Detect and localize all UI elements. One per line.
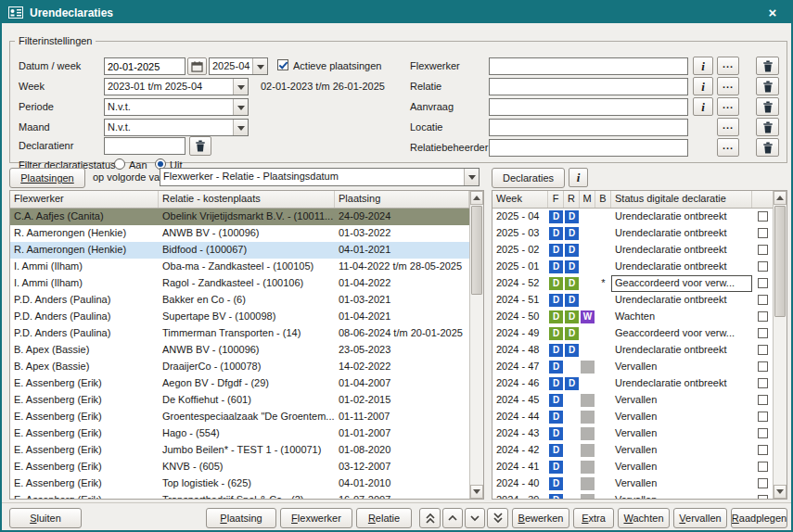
plaatsing-button[interactable]: Plaatsing bbox=[206, 508, 276, 528]
clear-button[interactable] bbox=[756, 57, 779, 75]
row-checkbox[interactable] bbox=[758, 311, 768, 322]
col-header-b[interactable]: B bbox=[595, 191, 611, 208]
browse-button[interactable]: ... bbox=[717, 138, 739, 157]
plaatsing-row[interactable]: I. Ammi (Ilham) Ragol - Zandkasteel - (1… bbox=[10, 275, 469, 292]
col-header-status[interactable]: Status digitale declaratie bbox=[611, 191, 752, 208]
row-checkbox[interactable] bbox=[758, 228, 768, 238]
plaatsing-row[interactable]: E. Assenberg (Erik) Top logistiek - (625… bbox=[10, 475, 469, 492]
declaratie-row[interactable]: 2024 - 41 D Vervallen bbox=[492, 459, 773, 475]
declaratie-row[interactable]: 2024 - 50 D D W Wachten bbox=[492, 309, 773, 325]
plaatsing-row[interactable]: E. Assenberg (Erik) Aegon BV - Dfgdf - (… bbox=[10, 375, 469, 392]
declaratie-row[interactable]: 2024 - 45 D Vervallen bbox=[492, 392, 773, 409]
declaratie-row[interactable]: 2024 - 49 D D Geaccordeerd voor verw... bbox=[492, 325, 773, 342]
plaatsing-row[interactable]: R. Aamerongen (Henkie) Bidfood - (100067… bbox=[10, 242, 469, 259]
declaraties-info-button[interactable]: i bbox=[569, 168, 588, 187]
declaraties-scrollbar[interactable] bbox=[773, 191, 787, 499]
declaratie-row[interactable]: 2024 - 47 D Vervallen bbox=[492, 359, 773, 375]
col-header-r[interactable]: R bbox=[564, 191, 580, 208]
lookup-input[interactable] bbox=[489, 98, 688, 116]
lookup-input[interactable] bbox=[489, 139, 688, 157]
declaratie-row[interactable]: 2024 - 52 D D * Geaccordeerd voor verw..… bbox=[492, 275, 773, 292]
scroll-last-button[interactable] bbox=[487, 508, 508, 528]
plaatsing-row[interactable]: B. Apex (Bassie) ANWB BV - (100096) 23-0… bbox=[10, 342, 469, 359]
info-button[interactable]: i bbox=[693, 57, 713, 75]
plaatsing-row[interactable]: E. Assenberg (Erik) De Koffiehut - (601)… bbox=[10, 392, 469, 409]
scroll-down-button[interactable] bbox=[470, 485, 483, 499]
extra-button[interactable]: Extra bbox=[573, 508, 614, 528]
declaratie-row[interactable]: 2024 - 48 D D Urendeclaratie ontbreekt bbox=[492, 342, 773, 359]
col-header-week[interactable]: Week bbox=[492, 191, 548, 208]
plaatsing-row[interactable]: E. Assenberg (Erik) Hago - (554) 01-01-2… bbox=[10, 425, 469, 442]
row-checkbox[interactable] bbox=[758, 428, 768, 438]
lookup-input[interactable] bbox=[489, 57, 688, 75]
browse-button[interactable]: ... bbox=[717, 118, 739, 136]
periode-select[interactable]: N.v.t. bbox=[104, 98, 249, 116]
info-button[interactable]: i bbox=[693, 97, 713, 116]
declaratie-row[interactable]: 2024 - 43 D Vervallen bbox=[492, 425, 773, 442]
plaatsing-row[interactable]: R. Aamerongen (Henkie) ANWB BV - (100096… bbox=[10, 225, 469, 242]
declaratienr-input[interactable] bbox=[104, 137, 185, 155]
browse-button[interactable]: ... bbox=[717, 97, 739, 116]
bewerken-button[interactable]: Bewerken bbox=[512, 508, 569, 528]
plaatsingen-button[interactable]: Plaatsingen bbox=[9, 168, 85, 188]
scroll-prev-button[interactable] bbox=[442, 508, 463, 528]
declaratie-row[interactable]: 2025 - 02 D D Urendeclaratie ontbreekt bbox=[492, 242, 773, 259]
actieve-plaatsingen-checkbox[interactable] bbox=[277, 59, 288, 70]
declaratie-row[interactable]: 2024 - 39 D Vervallen bbox=[492, 492, 773, 499]
row-checkbox[interactable] bbox=[758, 245, 768, 255]
vervallen-button[interactable]: Vervallen bbox=[673, 508, 727, 528]
scroll-down-button[interactable] bbox=[774, 485, 787, 499]
declaratienr-clear-button[interactable] bbox=[189, 136, 211, 156]
lookup-input[interactable] bbox=[489, 78, 688, 95]
row-checkbox[interactable] bbox=[758, 445, 768, 455]
declaratie-row[interactable]: 2025 - 01 D D Urendeclaratie ontbreekt bbox=[492, 259, 773, 275]
row-checkbox[interactable] bbox=[758, 328, 768, 338]
raadplegen-button[interactable]: Raadplegen bbox=[731, 508, 787, 528]
col-header-flexwerker[interactable]: Flexwerker bbox=[10, 191, 159, 208]
declaratie-row[interactable]: 2025 - 03 D D Urendeclaratie ontbreekt bbox=[492, 225, 773, 242]
plaatsingen-scrollbar[interactable] bbox=[469, 191, 483, 499]
scroll-up-button[interactable] bbox=[470, 191, 483, 205]
row-checkbox[interactable] bbox=[758, 495, 768, 499]
row-checkbox[interactable] bbox=[758, 378, 768, 388]
close-button[interactable]: × bbox=[761, 2, 785, 23]
row-checkbox[interactable] bbox=[758, 278, 768, 288]
row-checkbox[interactable] bbox=[758, 261, 768, 272]
plaatsing-row[interactable]: E. Assenberg (Erik) Groentespeciaalzaak … bbox=[10, 409, 469, 425]
declaratie-row[interactable]: 2024 - 40 D Vervallen bbox=[492, 475, 773, 492]
row-checkbox[interactable] bbox=[758, 462, 768, 472]
declaratie-row[interactable]: 2024 - 44 D Vervallen bbox=[492, 409, 773, 425]
col-header-f[interactable]: F bbox=[548, 191, 564, 208]
radio-aan[interactable] bbox=[114, 158, 125, 170]
scrollbar-track[interactable] bbox=[470, 205, 483, 485]
scroll-next-button[interactable] bbox=[465, 508, 485, 528]
plaatsing-row[interactable]: E. Assenberg (Erik) KNVB - (605) 03-12-2… bbox=[10, 459, 469, 475]
week-range-select[interactable]: 2023-01 t/m 2025-04 bbox=[104, 78, 249, 95]
plaatsing-row[interactable]: C.A. Aafjes (Canita) Obelink Vrijetijdsm… bbox=[10, 209, 469, 225]
plaatsing-row[interactable]: B. Apex (Bassie) DraaijerCo - (100078) 1… bbox=[10, 359, 469, 375]
clear-button[interactable] bbox=[756, 77, 779, 95]
maand-select[interactable]: N.v.t. bbox=[104, 119, 249, 136]
row-checkbox[interactable] bbox=[758, 295, 768, 305]
row-checkbox[interactable] bbox=[758, 211, 768, 222]
row-checkbox[interactable] bbox=[758, 412, 768, 422]
col-header-plaatsing[interactable]: Plaatsing bbox=[335, 191, 469, 208]
browse-button[interactable]: ... bbox=[717, 77, 739, 95]
plaatsing-row[interactable]: P.D. Anders (Paulina) Bakker en Co - (6)… bbox=[10, 292, 469, 309]
declaratie-row[interactable]: 2025 - 04 D D Urendeclaratie ontbreekt bbox=[492, 209, 773, 225]
row-checkbox[interactable] bbox=[758, 395, 768, 405]
scroll-first-button[interactable] bbox=[419, 508, 441, 528]
sort-order-select[interactable]: Flexwerker - Relatie - Plaatsingsdatum bbox=[160, 168, 480, 186]
calendar-button[interactable] bbox=[187, 57, 207, 75]
declaraties-button[interactable]: Declaraties bbox=[492, 168, 565, 188]
info-button[interactable]: i bbox=[693, 77, 713, 95]
scrollbar-thumb[interactable] bbox=[774, 206, 786, 317]
sluiten-button[interactable]: Sluiten bbox=[9, 508, 82, 528]
plaatsing-row[interactable]: I. Ammi (Ilham) Oba-ma - Zandkasteel - (… bbox=[10, 259, 469, 275]
plaatsing-row[interactable]: P.D. Anders (Paulina) Supertape BV - (10… bbox=[10, 309, 469, 325]
lookup-input[interactable] bbox=[489, 119, 688, 136]
week-number-select[interactable]: 2025-04 bbox=[209, 57, 268, 75]
declaratie-row[interactable]: 2024 - 42 D Vervallen bbox=[492, 442, 773, 459]
row-checkbox[interactable] bbox=[758, 478, 768, 488]
datum-input[interactable] bbox=[104, 57, 185, 75]
